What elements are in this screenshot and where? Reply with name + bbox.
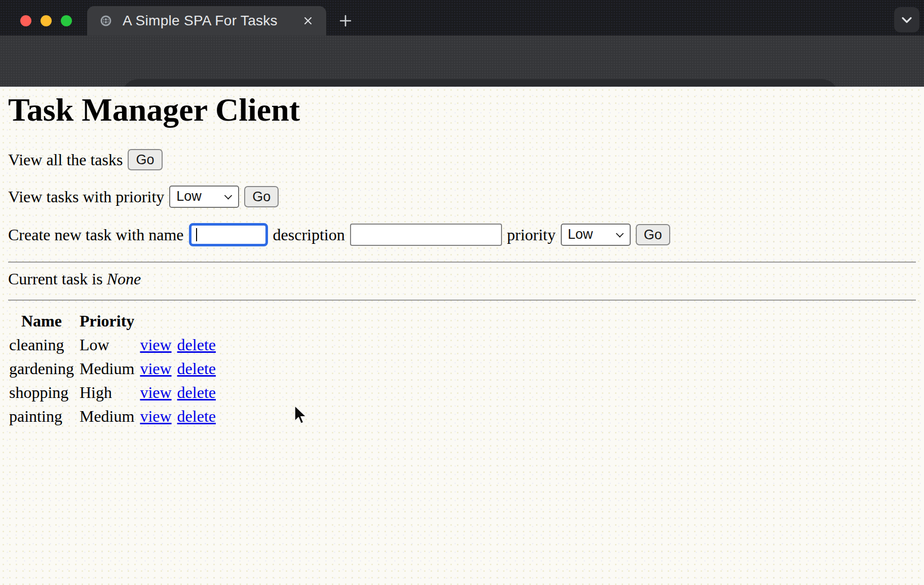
description-label: description bbox=[273, 226, 345, 244]
view-all-go-button[interactable]: Go bbox=[128, 149, 162, 170]
window-zoom-button[interactable] bbox=[61, 15, 72, 26]
delete-link[interactable]: delete bbox=[177, 336, 216, 354]
task-name-input[interactable] bbox=[189, 223, 268, 246]
table-row: shopping High view delete bbox=[9, 381, 220, 404]
table-row: gardening Medium view delete bbox=[9, 357, 220, 380]
globe-favicon-icon bbox=[98, 13, 113, 28]
table-row: cleaning Low view delete bbox=[9, 334, 220, 356]
task-priority-cell: Medium bbox=[80, 357, 139, 380]
window-minimize-button[interactable] bbox=[41, 15, 52, 26]
priority-filter-selectwrap: Low bbox=[169, 186, 239, 208]
new-task-priority-select[interactable]: Low bbox=[561, 224, 631, 246]
browser-window: A Simple SPA For Tasks localhost:8080/st… bbox=[0, 0, 924, 585]
text-caret bbox=[196, 228, 197, 241]
view-link[interactable]: view bbox=[140, 407, 171, 425]
browser-tab[interactable]: A Simple SPA For Tasks bbox=[87, 6, 326, 35]
task-priority-cell: Low bbox=[80, 334, 139, 356]
view-priority-row: View tasks with priority Low Go bbox=[8, 186, 916, 208]
tab-close-icon[interactable] bbox=[298, 11, 318, 31]
table-header-row: Name Priority bbox=[9, 310, 220, 333]
tab-strip: A Simple SPA For Tasks bbox=[0, 0, 924, 35]
task-priority-cell: High bbox=[80, 381, 139, 404]
new-tab-button[interactable] bbox=[335, 11, 356, 31]
delete-link[interactable]: delete bbox=[177, 359, 216, 378]
current-task-value: None bbox=[107, 270, 141, 288]
delete-link[interactable]: delete bbox=[177, 407, 216, 425]
view-all-label: View all the tasks bbox=[8, 151, 123, 169]
page-title: Task Manager Client bbox=[8, 93, 916, 127]
view-link[interactable]: view bbox=[140, 336, 171, 354]
tasks-table: Name Priority cleaning Low view delete g… bbox=[8, 309, 221, 429]
divider-top bbox=[8, 262, 916, 263]
view-priority-go-button[interactable]: Go bbox=[244, 186, 279, 207]
table-row: painting Medium view delete bbox=[9, 405, 220, 428]
window-close-button[interactable] bbox=[20, 15, 31, 26]
create-task-go-button[interactable]: Go bbox=[636, 224, 670, 245]
chevron-down-icon bbox=[897, 10, 917, 30]
task-priority-cell: Medium bbox=[80, 405, 139, 428]
delete-link[interactable]: delete bbox=[177, 383, 216, 401]
task-name-cell: painting bbox=[9, 405, 79, 428]
divider-bottom bbox=[8, 300, 916, 301]
current-task-prefix: Current task is bbox=[8, 270, 103, 288]
task-name-cell: gardening bbox=[9, 357, 79, 380]
tab-search-button[interactable] bbox=[894, 7, 919, 32]
current-task-line: Current task is None bbox=[8, 270, 916, 288]
page-content: Task Manager Client View all the tasks G… bbox=[0, 87, 924, 585]
task-name-inputwrap bbox=[189, 223, 268, 246]
new-task-priority-selectwrap: Low bbox=[561, 224, 631, 246]
task-name-cell: cleaning bbox=[9, 334, 79, 356]
header-priority: Priority bbox=[80, 310, 139, 333]
tab-title: A Simple SPA For Tasks bbox=[123, 13, 298, 29]
header-name: Name bbox=[9, 310, 79, 333]
task-description-input[interactable] bbox=[350, 224, 502, 246]
view-link[interactable]: view bbox=[140, 359, 171, 378]
task-name-cell: shopping bbox=[9, 381, 79, 404]
create-task-label: Create new task with name bbox=[8, 226, 184, 244]
priority-filter-select[interactable]: Low bbox=[169, 186, 239, 208]
header-empty bbox=[177, 310, 220, 333]
header-empty bbox=[140, 310, 176, 333]
view-priority-label: View tasks with priority bbox=[8, 188, 164, 206]
view-all-row: View all the tasks Go bbox=[8, 149, 916, 170]
priority-label: priority bbox=[507, 226, 556, 244]
view-link[interactable]: view bbox=[140, 383, 171, 401]
browser-toolbar: localhost:8080/static/index.html bbox=[0, 35, 924, 87]
create-task-row: Create new task with name description pr… bbox=[8, 223, 916, 246]
